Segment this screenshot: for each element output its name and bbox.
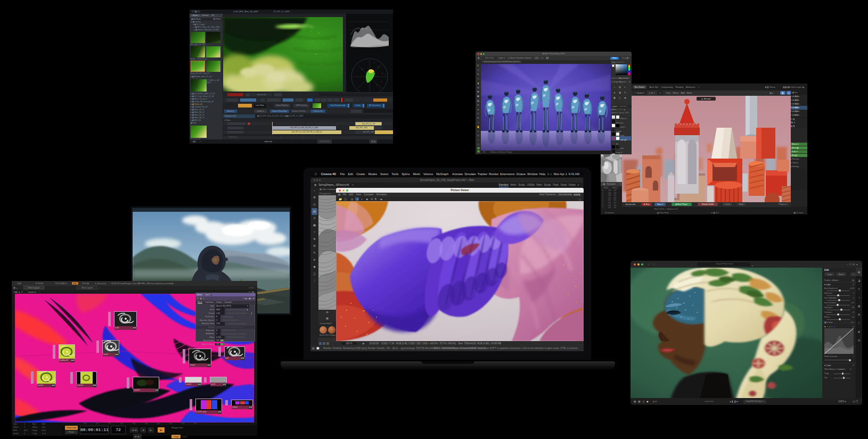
svg-text:▲ Blender: ▲ Blender	[701, 97, 712, 100]
